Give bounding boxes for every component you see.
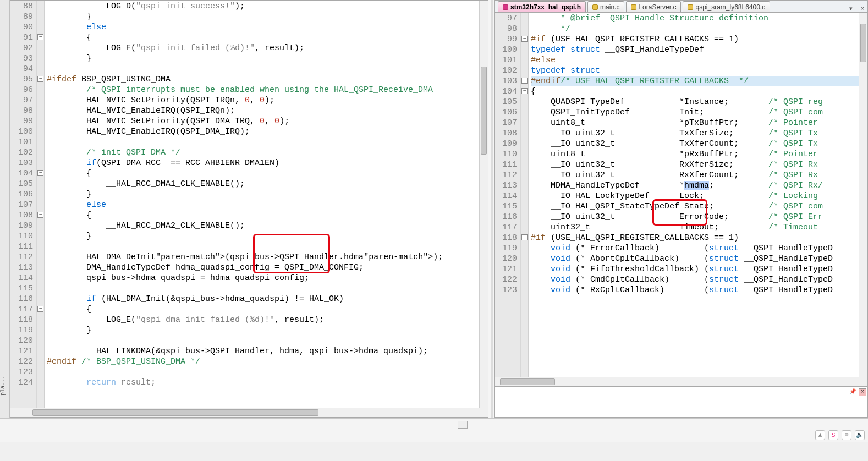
code-line[interactable]: else bbox=[47, 22, 479, 32]
fold-toggle[interactable]: − bbox=[37, 170, 43, 176]
tray-icon[interactable]: S bbox=[828, 430, 838, 440]
code-line[interactable]: __HAL_LINKDMA(&qspi_bus->QSPI_Handler, h… bbox=[47, 346, 479, 356]
close-tab-icon[interactable]: × bbox=[859, 4, 866, 12]
code-line[interactable] bbox=[47, 242, 479, 252]
tab-menu-icon[interactable]: ▾ bbox=[847, 4, 855, 12]
code-line[interactable] bbox=[47, 64, 479, 74]
code-line[interactable] bbox=[47, 137, 479, 147]
code-line[interactable]: __HAL_RCC_DMA1_CLK_ENABLE(); bbox=[47, 179, 479, 189]
code-line[interactable]: } bbox=[47, 189, 479, 200]
tray-icon[interactable]: ⌨ bbox=[842, 430, 851, 440]
code-line[interactable]: __IO HAL_QSPI_StateTypeDef State; /* QSP… bbox=[531, 201, 859, 212]
code-line[interactable]: { bbox=[531, 86, 859, 97]
vscroll-thumb[interactable] bbox=[481, 67, 487, 155]
code-line[interactable]: { bbox=[47, 32, 479, 43]
fold-toggle[interactable]: − bbox=[521, 234, 528, 240]
code-line[interactable]: uint8_t *pTxBuffPtr; /* Pointer bbox=[531, 118, 859, 128]
code-line[interactable]: else bbox=[47, 200, 479, 210]
code-line[interactable]: #endif /* BSP_QSPI_USING_DMA */ bbox=[47, 356, 479, 367]
code-line[interactable]: __IO uint32_t RxXferCount; /* QSPI Rx bbox=[531, 170, 859, 180]
fold-toggle[interactable]: − bbox=[37, 212, 43, 218]
fold-toggle[interactable]: − bbox=[521, 78, 528, 84]
tab[interactable]: stm32h7xx_hal_qspi.h bbox=[498, 1, 586, 12]
fold-toggle[interactable]: − bbox=[521, 88, 528, 94]
code-line[interactable]: void (* CmdCpltCallback) (struct __QSPI_… bbox=[531, 275, 859, 285]
code-line[interactable]: } bbox=[47, 231, 479, 242]
code-line[interactable]: } bbox=[47, 325, 479, 336]
tray-icon[interactable]: ▲ bbox=[815, 430, 825, 440]
hscroll-left[interactable] bbox=[10, 408, 488, 417]
code-left[interactable]: LOG_D("qspi init success!"); } else { LO… bbox=[45, 1, 479, 408]
code-line[interactable]: qspi_bus->hdma_quadspi = hdma_quadspi_co… bbox=[47, 273, 479, 283]
code-line[interactable]: uint32_t Timeout; /* Timeout bbox=[531, 222, 859, 233]
code-line[interactable]: /* QSPI interrupts must be enabled when … bbox=[47, 85, 479, 95]
code-line[interactable]: MDMA_HandleTypeDef *hmdma; /* QSPI Rx/ bbox=[531, 180, 859, 191]
code-line[interactable]: __IO uint32_t RxXferSize; /* QSPI Rx bbox=[531, 160, 859, 170]
code-line[interactable]: QSPI_InitTypeDef Init; /* QSPI com bbox=[531, 107, 859, 118]
vscroll-thumb[interactable] bbox=[860, 24, 866, 62]
foldcol-right[interactable]: −−−− bbox=[521, 13, 529, 377]
code-line[interactable]: HAL_NVIC_SetPriority(QSPI_DMA_IRQ, 0, 0)… bbox=[47, 116, 479, 127]
code-right[interactable]: * @brief QSPI Handle Structure definitio… bbox=[529, 13, 859, 377]
code-line[interactable]: HAL_DMA_DeInit"paren-match">(qspi_bus->Q… bbox=[47, 252, 479, 262]
editor-left-body[interactable]: 8889909192939495969798991001011021031041… bbox=[10, 1, 488, 408]
code-line[interactable]: */ bbox=[531, 24, 859, 34]
code-line[interactable]: return result; bbox=[47, 377, 479, 388]
code-line[interactable]: __HAL_RCC_DMA2_CLK_ENABLE(); bbox=[47, 221, 479, 231]
code-line[interactable]: __IO HAL_LockTypeDef Lock; /* Locking bbox=[531, 191, 859, 201]
hscroll-thumb[interactable] bbox=[500, 378, 555, 385]
code-line[interactable]: HAL_NVIC_EnableIRQ(QSPI_IRQn); bbox=[47, 106, 479, 116]
code-line[interactable] bbox=[47, 367, 479, 377]
code-line[interactable]: #endif/* USE_HAL_QSPI_REGISTER_CALLBACKS… bbox=[531, 76, 859, 86]
editor-right-body[interactable]: 9798991001011021031041051061071081091101… bbox=[495, 13, 867, 377]
code-line[interactable]: DMA_HandleTypeDef hdma_quadspi_config = … bbox=[47, 262, 479, 273]
tray-icon[interactable]: 🔈 bbox=[855, 430, 865, 440]
tab[interactable]: qspi_sram_ly68L6400.c bbox=[683, 1, 770, 12]
code-line[interactable]: __IO uint32_t TxXferCount; /* QSPI Tx bbox=[531, 139, 859, 149]
code-line[interactable]: QUADSPI_TypeDef *Instance; /* QSPI reg bbox=[531, 97, 859, 107]
code-line[interactable]: LOG_D("qspi init success!"); bbox=[47, 1, 479, 12]
code-line[interactable]: void (* ErrorCallback) (struct __QSPI_Ha… bbox=[531, 243, 859, 254]
fold-toggle[interactable]: − bbox=[37, 76, 43, 82]
hscroll-thumb[interactable] bbox=[32, 409, 318, 416]
code-line[interactable]: * @brief QSPI Handle Structure definitio… bbox=[531, 13, 859, 24]
code-line[interactable]: void (* FifoThresholdCallback) (struct _… bbox=[531, 264, 859, 275]
code-line[interactable]: { bbox=[47, 210, 479, 221]
code-line[interactable]: __IO uint32_t ErrorCode; /* QSPI Err bbox=[531, 212, 859, 222]
code-line[interactable]: LOG_E("qspi init failed (%d)!", result); bbox=[47, 43, 479, 53]
hscroll-right[interactable] bbox=[495, 377, 867, 386]
splitter[interactable] bbox=[491, 0, 493, 418]
tab[interactable]: main.c bbox=[587, 1, 624, 12]
code-line[interactable]: HAL_NVIC_SetPriority(QSPI_IRQn, 0, 0); bbox=[47, 95, 479, 106]
code-line[interactable]: { bbox=[47, 168, 479, 179]
code-line[interactable]: LOG_E("qspi dma init failed (%d)!", resu… bbox=[47, 315, 479, 325]
code-line[interactable] bbox=[47, 336, 479, 346]
code-line[interactable]: #else bbox=[531, 55, 859, 65]
fold-toggle[interactable]: − bbox=[521, 36, 528, 42]
code-line[interactable]: } bbox=[47, 53, 479, 64]
code-line[interactable]: if (HAL_DMA_Init(&qspi_bus->hdma_quadspi… bbox=[47, 294, 479, 304]
code-line[interactable]: typedef struct __QSPI_HandleTypeDef bbox=[531, 45, 859, 55]
code-line[interactable] bbox=[47, 283, 479, 294]
code-line[interactable]: } bbox=[47, 12, 479, 22]
vscroll-left[interactable] bbox=[479, 1, 488, 408]
code-line[interactable]: /* init QSPI DMA */ bbox=[47, 147, 479, 158]
code-line[interactable]: HAL_NVIC_EnableIRQ(QSPI_DMA_IRQ); bbox=[47, 127, 479, 137]
code-line[interactable]: #if (USE_HAL_QSPI_REGISTER_CALLBACKS == … bbox=[531, 34, 859, 45]
code-line[interactable]: __IO uint32_t TxXferSize; /* QSPI Tx bbox=[531, 128, 859, 139]
layout-icon[interactable] bbox=[458, 421, 468, 429]
code-line[interactable]: typedef struct bbox=[531, 65, 859, 76]
code-line[interactable]: void (* RxCpltCallback) (struct __QSPI_H… bbox=[531, 285, 859, 295]
tab[interactable]: LoraServer.c bbox=[626, 1, 681, 12]
vscroll-right[interactable] bbox=[859, 13, 867, 377]
code-line[interactable]: #ifdef BSP_QSPI_USING_DMA bbox=[47, 74, 479, 85]
code-line[interactable]: if(QSPI_DMA_RCC == RCC_AHB1ENR_DMA1EN) bbox=[47, 158, 479, 168]
pin-icon[interactable]: 📌 bbox=[849, 388, 856, 396]
fold-toggle[interactable]: − bbox=[37, 34, 43, 40]
code-line[interactable]: { bbox=[47, 304, 479, 315]
foldcol-left[interactable]: −−−−− bbox=[37, 1, 45, 408]
close-icon[interactable]: × bbox=[859, 388, 866, 396]
fold-toggle[interactable]: − bbox=[37, 306, 43, 312]
code-line[interactable]: uint8_t *pRxBuffPtr; /* Pointer bbox=[531, 149, 859, 160]
code-line[interactable]: void (* AbortCpltCallback) (struct __QSP… bbox=[531, 254, 859, 264]
